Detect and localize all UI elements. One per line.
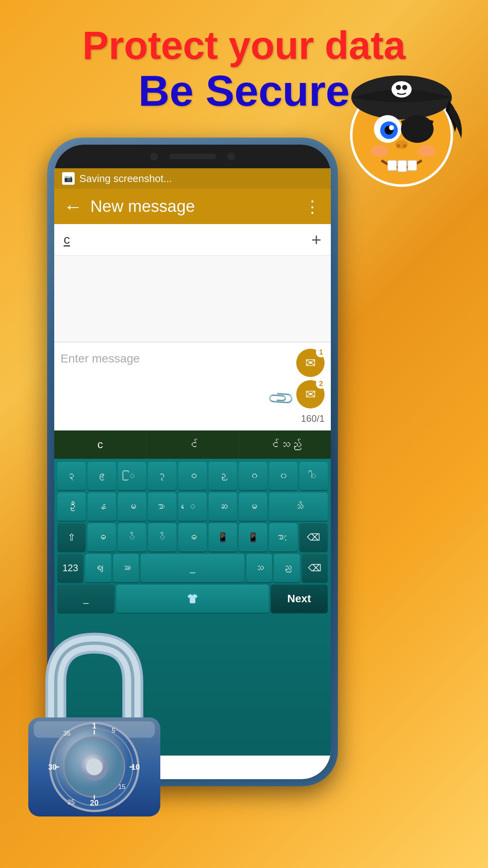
key-underscore[interactable]: _ (57, 585, 114, 613)
svg-point-2 (391, 81, 411, 97)
phone-top-bar (54, 145, 331, 168)
send-badge-2: 2 (316, 379, 326, 389)
key-ja[interactable]: ဈ (85, 554, 111, 582)
delete-key[interactable]: ⌫ (299, 523, 328, 552)
key-sa[interactable]: ဆ (209, 493, 237, 521)
autocomplete-bar: c င် င်သည် (54, 430, 331, 459)
key-shirt[interactable]: 👕 (116, 585, 268, 613)
key-o[interactable]: ဦ (57, 493, 86, 521)
notification-text: Saving screenshot... (79, 173, 172, 185)
key-ma[interactable]: မ (118, 493, 146, 521)
key-colon[interactable]: ာ: (269, 523, 297, 552)
svg-point-4 (402, 85, 407, 90)
back-button[interactable]: ← (64, 196, 83, 217)
svg-point-24 (86, 759, 103, 775)
autocomplete-item-1[interactable]: c (54, 430, 147, 459)
key-tha[interactable]: သ (246, 554, 272, 582)
keyboard-row-4: 123 ဈ ဿ _ သ ည ⌫ (57, 554, 328, 582)
svg-text:5: 5 (112, 727, 115, 734)
svg-text:15: 15 (118, 783, 126, 791)
attach-button[interactable]: 📎 (266, 383, 296, 413)
space-key[interactable]: _ (141, 554, 244, 582)
svg-point-3 (396, 85, 401, 90)
send-icon-1: ✉ (305, 355, 316, 370)
message-placeholder: Enter message (61, 349, 265, 368)
key-si[interactable]: သိ (269, 493, 328, 521)
keyboard-row-2: ဦ န မ ာ ေ ဆ မ သိ (57, 493, 328, 521)
svg-point-17 (418, 145, 436, 157)
screenshot-icon: 📷 (62, 172, 75, 185)
key-3[interactable]: ၃ (57, 462, 86, 490)
app-title: New message (90, 197, 304, 216)
protect-text: Protect your data (0, 24, 488, 67)
char-count: 160/1 (296, 413, 325, 424)
add-recipient-button[interactable]: + (311, 230, 321, 250)
key-i[interactable]: ိ (118, 523, 146, 552)
message-thread-area (54, 256, 331, 342)
lock-icon: 1 10 20 30 5 15 25 35 (12, 632, 177, 821)
app-header: ← New message ⋮ (54, 189, 331, 224)
key-da[interactable]: ဓ (88, 523, 116, 552)
message-input[interactable]: Enter message (61, 349, 265, 368)
autocomplete-item-3[interactable]: င်သည် (239, 430, 331, 459)
key-7[interactable]: ၇ (148, 462, 176, 490)
svg-text:35: 35 (63, 730, 71, 737)
key-go[interactable]: ဂ (239, 462, 267, 490)
svg-text:25: 25 (68, 798, 75, 806)
key-aa[interactable]: ါ (299, 462, 328, 490)
send-icon-2: ✉ (305, 387, 316, 402)
notification-bar: 📷 Saving screenshot... (54, 168, 331, 189)
key-glot[interactable]: ဿ (113, 554, 139, 582)
next-key[interactable]: Next (271, 585, 328, 613)
key-num[interactable]: 123 (57, 554, 83, 582)
sensor (227, 153, 235, 160)
send-buttons-area: ✉ 1 ✉ 2 160/1 (296, 349, 325, 424)
send-button-2[interactable]: ✉ 2 (296, 380, 325, 408)
key-9[interactable]: ၉ (88, 462, 116, 490)
key-u[interactable]: ဉ (209, 462, 237, 490)
send-button-1[interactable]: ✉ 1 (296, 349, 325, 377)
svg-rect-14 (398, 160, 406, 172)
delete-key-2[interactable]: ⌫ (302, 554, 328, 582)
keyboard-row-1: ၃ ၉ ြ ၇ ဝ ဉ ဂ ၀ ါ (57, 462, 328, 490)
autocomplete-item-2[interactable]: င် (147, 430, 239, 459)
svg-text:1: 1 (92, 721, 97, 730)
svg-text:30: 30 (48, 763, 57, 771)
svg-point-12 (403, 144, 407, 148)
svg-text:20: 20 (90, 798, 99, 807)
key-na[interactable]: န (88, 493, 116, 521)
key-0[interactable]: ၀ (269, 462, 297, 490)
svg-text:10: 10 (131, 763, 140, 771)
svg-point-16 (371, 145, 389, 157)
keyboard-row-3: ⇧ ဓ ိ ိ ဓ 📱 📱 ာ: ⌫ (57, 523, 328, 552)
speaker (169, 154, 216, 159)
svg-point-11 (396, 144, 400, 148)
camera-front (150, 153, 158, 160)
key-ma2[interactable]: မ (239, 493, 267, 521)
more-options-button[interactable]: ⋮ (304, 197, 321, 216)
key-nya[interactable]: ည (274, 554, 300, 582)
svg-rect-13 (388, 160, 396, 171)
keyboard-row-5: _ 👕 Next (57, 585, 328, 613)
key-da2[interactable]: ဓ (178, 523, 207, 552)
key-i2[interactable]: ိ (148, 523, 176, 552)
key-phone2[interactable]: 📱 (239, 523, 267, 552)
key-phone[interactable]: 📱 (209, 523, 237, 552)
to-field-value: c (64, 232, 311, 247)
svg-rect-15 (408, 160, 416, 171)
send-badge-1: 1 (316, 347, 326, 357)
svg-point-8 (389, 125, 394, 130)
key-ra[interactable]: ြ (118, 462, 146, 490)
key-wa[interactable]: ဝ (178, 462, 207, 490)
key-a2[interactable]: ာ (148, 493, 176, 521)
pirate-emoji (339, 63, 464, 189)
key-shift[interactable]: ⇧ (57, 523, 86, 552)
compose-area[interactable]: Enter message 📎 ✉ 1 ✉ 2 160/1 (54, 342, 331, 430)
to-field[interactable]: c + (54, 224, 331, 256)
key-e[interactable]: ေ (178, 493, 207, 521)
